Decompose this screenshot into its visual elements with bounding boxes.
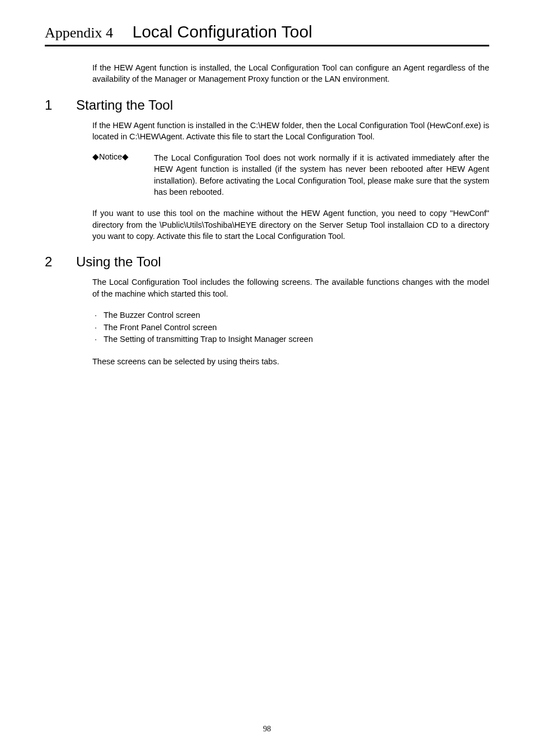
notice-block: ◆Notice◆ The Local Configuration Tool do… <box>92 152 489 198</box>
section-2-para-1: The Local Configuration Tool includes th… <box>92 276 489 299</box>
section-1-title: Starting the Tool <box>76 97 173 113</box>
notice-text: The Local Configuration Tool does not wo… <box>154 152 489 198</box>
section-2-title: Using the Tool <box>76 254 161 270</box>
section-2-para-2: These screens can be selected by using t… <box>92 356 489 367</box>
section-1-number: 1 <box>45 97 76 113</box>
notice-label: ◆Notice◆ <box>92 152 154 198</box>
section-2-heading: 2 Using the Tool <box>45 254 489 270</box>
page-title: Local Configuration Tool <box>133 22 312 41</box>
intro-block: If the HEW Agent function is installed, … <box>92 62 489 85</box>
list-item: The Front Panel Control screen <box>92 322 489 334</box>
list-item: The Setting of transmitting Trap to Insi… <box>92 334 489 346</box>
section-2-body: The Local Configuration Tool includes th… <box>92 276 489 367</box>
list-item: The Buzzer Control screen <box>92 309 489 322</box>
page-content: Appendix 4 Local Configuration Tool If t… <box>0 0 534 367</box>
section-1-body: If the HEW Agent function is installed i… <box>92 120 489 242</box>
page-number: 98 <box>0 725 534 734</box>
appendix-label: Appendix 4 <box>45 25 113 41</box>
title-bar: Appendix 4 Local Configuration Tool <box>45 22 489 46</box>
section-2-number: 2 <box>45 254 76 270</box>
bullet-list: The Buzzer Control screen The Front Pane… <box>92 309 489 346</box>
section-1-para-2: If you want to use this tool on the mach… <box>92 208 489 242</box>
section-1-para-1: If the HEW Agent function is installed i… <box>92 120 489 143</box>
section-1-heading: 1 Starting the Tool <box>45 97 489 113</box>
intro-paragraph: If the HEW Agent function is installed, … <box>92 62 489 85</box>
